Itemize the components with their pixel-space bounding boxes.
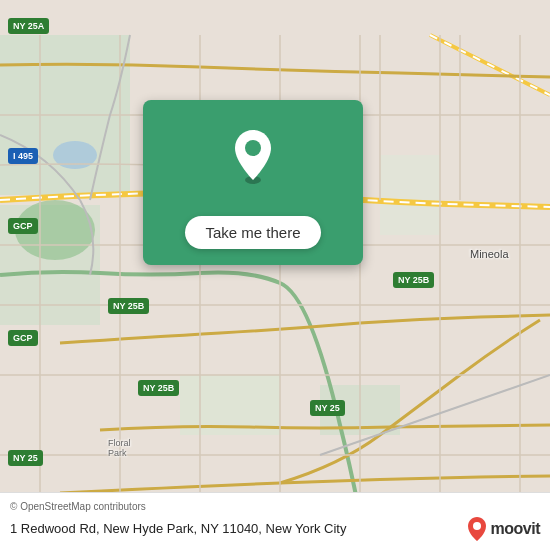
map-roads <box>0 0 550 550</box>
badge-i495: I 495 <box>8 148 38 164</box>
badge-gcp1: GCP <box>8 218 38 234</box>
address-text: 1 Redwood Rd, New Hyde Park, NY 11040, N… <box>10 521 458 538</box>
map-container: NY 25A I 495 GCP NY 25B GCP NY 25B NY 25… <box>0 0 550 550</box>
svg-rect-4 <box>380 155 440 235</box>
badge-ny25b-left: NY 25B <box>108 298 149 314</box>
bottom-info-bar: © OpenStreetMap contributors 1 Redwood R… <box>0 492 550 550</box>
svg-line-8 <box>430 35 550 95</box>
badge-ny25b-right: NY 25B <box>393 272 434 288</box>
map-attribution: © OpenStreetMap contributors <box>10 501 540 512</box>
take-me-there-button[interactable]: Take me there <box>185 216 320 249</box>
moovit-pin-icon <box>466 516 488 542</box>
location-pin-icon <box>231 128 275 184</box>
moovit-logo: moovit <box>466 516 540 542</box>
badge-ny25a: NY 25A <box>8 18 49 34</box>
badge-gcp2: GCP <box>8 330 38 346</box>
address-row: 1 Redwood Rd, New Hyde Park, NY 11040, N… <box>10 516 540 542</box>
svg-point-26 <box>473 522 481 530</box>
attribution-text: © OpenStreetMap contributors <box>10 501 146 512</box>
badge-ny25-mid: NY 25 <box>310 400 345 416</box>
pin-icon <box>231 128 275 188</box>
badge-ny25b-mid: NY 25B <box>138 380 179 396</box>
location-card: Take me there <box>143 100 363 265</box>
label-floral-park: FloralPark <box>108 438 131 458</box>
label-mineola: Mineola <box>470 248 509 260</box>
svg-point-25 <box>245 140 261 156</box>
badge-ny25-bottom: NY 25 <box>8 450 43 466</box>
moovit-brand-text: moovit <box>491 520 540 538</box>
